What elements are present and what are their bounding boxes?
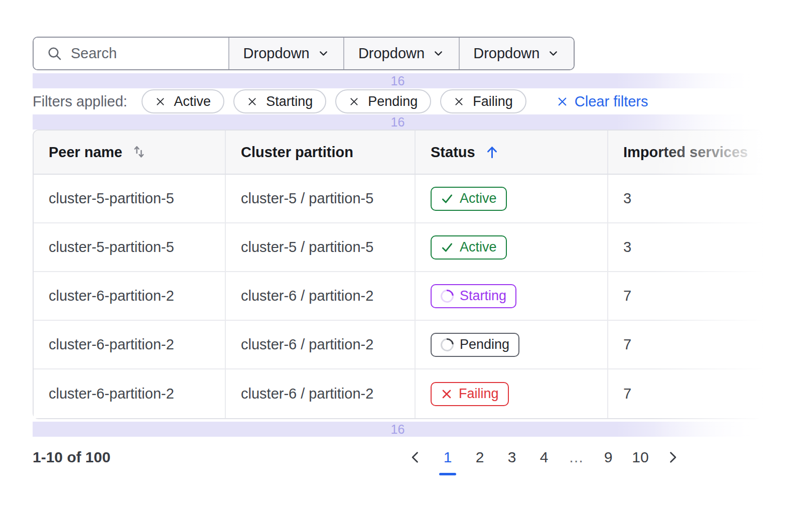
filter-chip-active[interactable]: Active [142, 89, 225, 113]
results-summary: 1-10 of 100 [33, 449, 110, 466]
chevron-down-icon [317, 47, 330, 60]
clear-filters-x-icon [557, 96, 568, 107]
column-label: Peer name [49, 144, 122, 161]
dropdown-button-2[interactable]: Dropdown [343, 38, 458, 69]
spacing-annotation-bar: 16 [33, 114, 763, 130]
page-button-9[interactable]: 9 [597, 446, 619, 468]
status-label: Active [460, 239, 497, 255]
sort-arrows-icon [131, 145, 147, 160]
remove-filter-icon[interactable] [349, 96, 359, 107]
table-row: cluster-6-partition-2 cluster-6 / partit… [34, 321, 762, 369]
table-row: cluster-6-partition-2 cluster-6 / partit… [34, 272, 762, 321]
filter-toolbar: Dropdown Dropdown Dropdown [33, 37, 575, 70]
status-label: Starting [460, 288, 506, 304]
cell-peer-name: cluster-5-partition-5 [34, 223, 226, 271]
status-label: Active [460, 191, 497, 206]
search-box[interactable] [34, 38, 228, 69]
status-badge-active: Active [431, 187, 507, 211]
filter-chip-label: Pending [368, 94, 418, 109]
column-label: Cluster partition [241, 144, 353, 161]
filter-chip-label: Starting [266, 94, 313, 109]
dropdown-label: Dropdown [243, 45, 310, 62]
page-ellipsis: … [565, 449, 587, 466]
cell-status: Active [416, 223, 608, 271]
pagination-row: 1-10 of 100 1 2 3 4 … 9 10 [33, 440, 763, 475]
sort-ascending-arrow-icon [484, 145, 500, 160]
peers-table: Peer name Cluster partition Status Impor… [33, 130, 763, 419]
clear-filters-button[interactable]: Clear filters [557, 93, 648, 110]
column-header-imported-services: Imported services [608, 131, 762, 174]
dropdown-button-1[interactable]: Dropdown [228, 38, 343, 69]
chevron-down-icon [547, 47, 560, 60]
status-badge-active: Active [431, 235, 507, 260]
cell-status: Pending [416, 321, 608, 368]
column-label: Imported services [623, 144, 748, 161]
remove-filter-icon[interactable] [247, 96, 257, 107]
cell-cluster-partition: cluster-5 / partition-5 [226, 223, 416, 271]
filter-chip-failing[interactable]: Failing [440, 89, 526, 113]
spinner-icon [438, 287, 457, 305]
table-row: cluster-5-partition-5 cluster-5 / partit… [34, 175, 762, 223]
search-icon [47, 46, 62, 61]
cell-imported-services: 3 [608, 223, 762, 271]
cell-cluster-partition: cluster-6 / partition-2 [226, 321, 416, 368]
remove-filter-icon[interactable] [454, 96, 464, 107]
cell-imported-services: 7 [608, 321, 762, 368]
cell-status: Starting [416, 272, 608, 320]
search-input[interactable] [71, 45, 221, 62]
filter-chip-pending[interactable]: Pending [335, 89, 431, 113]
page-button-4[interactable]: 4 [533, 446, 555, 468]
page-button-10[interactable]: 10 [629, 446, 651, 468]
remove-filter-icon[interactable] [155, 96, 166, 107]
dropdown-label: Dropdown [473, 45, 539, 62]
filters-applied-row: Filters applied: Active Starting Pending… [33, 88, 763, 114]
page-button-2[interactable]: 2 [469, 446, 491, 468]
x-icon [441, 388, 453, 400]
cell-peer-name: cluster-5-partition-5 [34, 175, 226, 222]
table-row: cluster-6-partition-2 cluster-6 / partit… [34, 369, 762, 418]
pager: 1 2 3 4 … 9 10 [404, 446, 684, 468]
previous-page-button[interactable] [404, 446, 427, 468]
filter-chip-label: Active [174, 94, 211, 109]
status-badge-starting: Starting [431, 284, 516, 308]
column-label: Status [431, 144, 475, 161]
chevron-down-icon [432, 47, 445, 60]
cell-cluster-partition: cluster-5 / partition-5 [226, 175, 416, 222]
check-icon [441, 192, 454, 205]
cell-peer-name: cluster-6-partition-2 [34, 272, 226, 320]
cell-status: Failing [416, 369, 608, 418]
spacing-size-label: 16 [391, 74, 405, 88]
cell-peer-name: cluster-6-partition-2 [34, 369, 226, 418]
filters-applied-label: Filters applied: [33, 93, 127, 110]
spacing-annotation-bar: 16 [33, 73, 763, 88]
clear-filters-label: Clear filters [575, 93, 648, 110]
spacing-size-label: 16 [391, 115, 405, 130]
spacing-annotation-bar: 16 [33, 422, 763, 437]
filter-chip-starting[interactable]: Starting [233, 89, 326, 113]
table-header-row: Peer name Cluster partition Status Impor… [34, 131, 762, 175]
peering-table-page: Dropdown Dropdown Dropdown 16 Filters ap… [0, 0, 812, 507]
cell-status: Active [416, 175, 608, 222]
status-label: Pending [460, 337, 509, 352]
check-icon [441, 241, 454, 254]
filter-chip-label: Failing [473, 94, 513, 109]
cell-peer-name: cluster-6-partition-2 [34, 321, 226, 368]
column-header-peer-name[interactable]: Peer name [34, 131, 226, 174]
status-label: Failing [459, 386, 499, 402]
cell-cluster-partition: cluster-6 / partition-2 [226, 369, 416, 418]
cell-imported-services: 7 [608, 369, 762, 418]
column-header-cluster-partition: Cluster partition [226, 131, 416, 174]
cell-imported-services: 7 [608, 272, 762, 320]
column-header-status[interactable]: Status [416, 131, 608, 174]
spacing-size-label: 16 [391, 422, 405, 437]
page-button-1[interactable]: 1 [437, 446, 459, 468]
table-row: cluster-5-partition-5 cluster-5 / partit… [34, 223, 762, 272]
cell-cluster-partition: cluster-6 / partition-2 [226, 272, 416, 320]
dropdown-button-3[interactable]: Dropdown [459, 38, 574, 69]
spinner-icon [438, 335, 457, 354]
page-button-3[interactable]: 3 [501, 446, 523, 468]
cell-imported-services: 3 [608, 175, 762, 222]
dropdown-label: Dropdown [358, 45, 425, 62]
status-badge-failing: Failing [431, 382, 509, 406]
next-page-button[interactable] [661, 446, 684, 468]
